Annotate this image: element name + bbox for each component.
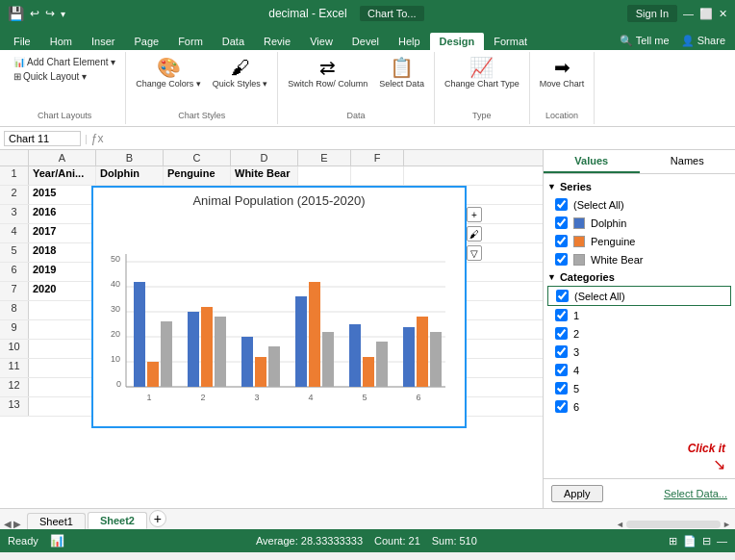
scroll-track[interactable] xyxy=(626,521,721,528)
formula-bar-sep: | xyxy=(85,133,88,144)
tell-me-input[interactable]: 🔍 Tell me xyxy=(614,32,675,50)
close-icon[interactable]: ✕ xyxy=(719,8,727,20)
change-chart-type-icon: 📈 xyxy=(469,58,494,77)
series-dolphin-checkbox[interactable] xyxy=(555,216,568,229)
cell-d1[interactable]: White Bear xyxy=(231,166,298,185)
series-penguine: Penguine xyxy=(547,232,731,250)
zoom-out-icon[interactable]: — xyxy=(717,535,727,547)
quick-styles-button[interactable]: 🖌 Quick Styles ▾ xyxy=(209,56,272,90)
cell-a5[interactable]: 2018 xyxy=(29,243,96,262)
svg-text:50: 50 xyxy=(111,254,120,264)
category-4-checkbox[interactable] xyxy=(555,364,568,376)
redo-icon[interactable]: ↪ xyxy=(45,7,55,20)
switch-row-column-button[interactable]: ⇄ Switch Row/ Column xyxy=(284,56,371,90)
formula-bar: | ƒx xyxy=(0,127,735,150)
cell-a7[interactable]: 2020 xyxy=(29,282,96,300)
cell-e1[interactable] xyxy=(298,166,351,185)
tab-design[interactable]: Design xyxy=(430,33,485,50)
series-white-bear-checkbox[interactable] xyxy=(555,253,568,266)
page-layout-icon[interactable]: 📄 xyxy=(683,535,697,547)
type-content: 📈 Change Chart Type xyxy=(441,56,523,109)
svg-rect-17 xyxy=(188,312,199,387)
horizontal-scrollbar[interactable]: ◄ ► xyxy=(616,520,731,529)
category-3-checkbox[interactable] xyxy=(555,345,568,358)
svg-text:10: 10 xyxy=(111,354,120,364)
status-bar: Ready 📊 Average: 28.33333333 Count: 21 S… xyxy=(0,529,735,552)
category-2-checkbox[interactable] xyxy=(555,327,568,340)
status-bar-right: ⊞ 📄 ⊟ — xyxy=(669,535,727,547)
add-chart-element-button[interactable]: 📊 Add Chart Element ▾ xyxy=(10,56,119,68)
minimize-icon[interactable]: — xyxy=(683,8,694,19)
name-box[interactable] xyxy=(4,131,81,146)
click-it-text: Click it xyxy=(688,442,725,455)
tab-insert[interactable]: Inser xyxy=(82,33,124,50)
series-dolphin-label: Dolphin xyxy=(591,217,626,229)
select-data-link[interactable]: Select Data... xyxy=(664,488,727,499)
move-chart-button[interactable]: ➡ Move Chart xyxy=(536,56,589,90)
sheet-nav-buttons: ◀ ▶ xyxy=(4,519,21,529)
series-select-all-checkbox[interactable] xyxy=(555,198,568,211)
categories-section-header[interactable]: ▼ Categories xyxy=(547,268,731,286)
series-penguine-label: Penguine xyxy=(591,236,636,247)
normal-view-icon[interactable]: ⊞ xyxy=(669,535,677,547)
sheet-nav-left[interactable]: ◀ xyxy=(4,519,12,529)
tab-file[interactable]: File xyxy=(4,33,40,50)
apply-button[interactable]: Apply xyxy=(551,485,603,502)
category-4: 4 xyxy=(547,361,731,379)
tab-developer[interactable]: Devel xyxy=(342,33,389,50)
page-break-icon[interactable]: ⊟ xyxy=(702,535,711,547)
panel-tab-names[interactable]: Names xyxy=(640,150,736,173)
sheet-nav-right[interactable]: ▶ xyxy=(13,519,21,529)
quick-layout-button[interactable]: ⊞ Quick Layout ▾ xyxy=(10,70,119,83)
tab-format[interactable]: Format xyxy=(484,33,537,50)
series-penguine-checkbox[interactable] xyxy=(555,235,568,247)
tab-data[interactable]: Data xyxy=(213,33,254,50)
svg-rect-25 xyxy=(322,332,334,387)
undo-icon[interactable]: ↩ xyxy=(30,7,39,20)
chart-overlay[interactable]: Animal Population (2015-2020) 0 10 20 30… xyxy=(91,186,467,428)
scroll-right-icon[interactable]: ► xyxy=(722,520,731,529)
category-2-label: 2 xyxy=(573,328,579,340)
chart-styles-content: 🎨 Change Colors ▾ 🖌 Quick Styles ▾ xyxy=(132,56,271,109)
sheet-tab-sheet1[interactable]: Sheet1 xyxy=(27,513,86,529)
tab-view[interactable]: View xyxy=(300,33,342,50)
tab-help[interactable]: Help xyxy=(389,33,430,50)
cell-a2[interactable]: 2015 xyxy=(29,186,96,204)
cell-a3[interactable]: 2016 xyxy=(29,205,96,223)
title-bar-left: 💾 ↩ ↪ ▾ xyxy=(8,6,65,21)
chart-filter-btn[interactable]: ▽ xyxy=(467,245,482,261)
scroll-left-icon[interactable]: ◄ xyxy=(616,520,624,529)
tab-formulas[interactable]: Form xyxy=(168,33,213,50)
maximize-icon[interactable]: ⬜ xyxy=(699,8,713,20)
tab-home[interactable]: Hom xyxy=(40,33,82,50)
select-data-button[interactable]: 📋 Select Data xyxy=(375,56,428,90)
ribbon: 📊 Add Chart Element ▾ ⊞ Quick Layout ▾ C… xyxy=(0,50,735,127)
category-6-checkbox[interactable] xyxy=(555,400,568,413)
category-5-checkbox[interactable] xyxy=(555,382,568,395)
tab-review[interactable]: Revie xyxy=(254,33,300,50)
function-icon[interactable]: ƒx xyxy=(91,132,104,145)
cell-a6[interactable]: 2019 xyxy=(29,263,96,281)
cell-c1[interactable]: Penguine xyxy=(164,166,231,185)
formula-input[interactable] xyxy=(108,133,731,144)
series-section-header[interactable]: ▼ Series xyxy=(547,178,731,195)
share-button[interactable]: 👤 Share xyxy=(675,32,731,50)
new-sheet-button[interactable]: + xyxy=(149,510,166,527)
chart-style-btn[interactable]: 🖌 xyxy=(467,226,482,242)
category-1-checkbox[interactable] xyxy=(555,309,568,321)
save-icon[interactable]: 💾 xyxy=(8,6,24,21)
cell-a4[interactable]: 2017 xyxy=(29,224,96,242)
tab-page[interactable]: Page xyxy=(124,33,168,50)
cell-b1[interactable]: Dolphin xyxy=(96,166,164,185)
change-colors-button[interactable]: 🎨 Change Colors ▾ xyxy=(132,56,205,90)
add-element-btn[interactable]: + xyxy=(467,207,482,222)
svg-rect-14 xyxy=(134,282,145,387)
cell-a1[interactable]: Year/Ani... xyxy=(29,166,96,185)
signin-button[interactable]: Sign In xyxy=(627,5,677,22)
cell-f1[interactable] xyxy=(351,166,404,185)
svg-text:0: 0 xyxy=(116,379,121,389)
category-select-all-checkbox[interactable] xyxy=(556,290,569,302)
sheet-tab-sheet2[interactable]: Sheet2 xyxy=(88,512,147,529)
change-chart-type-button[interactable]: 📈 Change Chart Type xyxy=(441,56,523,90)
panel-tab-values[interactable]: Values xyxy=(544,150,640,173)
